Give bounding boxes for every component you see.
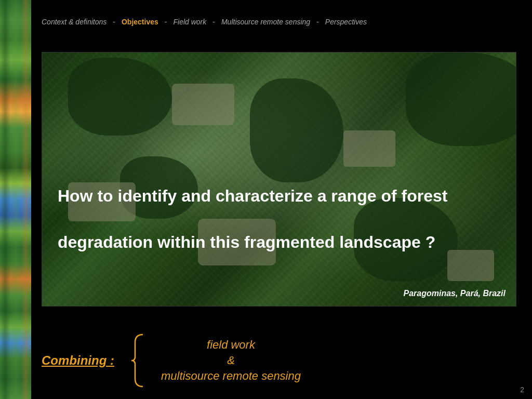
nav-bar: Context & definitons - Objectives - Fiel… xyxy=(31,0,532,44)
forest-patch-1 xyxy=(68,58,172,136)
question-line2: degradation within this fragmented lands… xyxy=(58,233,435,251)
brace-container xyxy=(130,332,145,389)
cleared-patch-2 xyxy=(343,130,395,167)
left-strip-overlay xyxy=(0,0,31,399)
question-line1: How to identify and characterize a range… xyxy=(58,187,447,205)
nav-sep-2: - xyxy=(165,18,167,26)
nav-item-fieldwork[interactable]: Field work xyxy=(173,18,206,26)
nav-item-context[interactable]: Context & definitons xyxy=(42,18,107,26)
combining-items: field work & multisource remote sensing xyxy=(161,338,301,383)
nav-item-multisource[interactable]: Multisource remote sensing xyxy=(221,18,310,26)
question-overlay: How to identify and characterize a range… xyxy=(42,174,516,264)
nav-sep-3: - xyxy=(212,18,215,26)
combining-label: Combining : xyxy=(42,353,114,368)
combining-item-fieldwork: field work xyxy=(207,338,255,352)
page-number: 2 xyxy=(520,385,524,394)
forest-patch-3 xyxy=(406,52,516,146)
cleared-patch-1 xyxy=(172,84,234,125)
combining-item-ampersand: & xyxy=(227,354,235,367)
nav-item-perspectives[interactable]: Perspectives xyxy=(325,18,367,26)
left-map-strip xyxy=(0,0,31,399)
nav-item-objectives[interactable]: Objectives xyxy=(122,18,158,26)
bottom-section: Combining : field work & multisource rem… xyxy=(31,322,532,399)
forest-patch-2 xyxy=(250,78,343,182)
nav-sep-1: - xyxy=(113,18,115,26)
nav-items: Context & definitons - Objectives - Fiel… xyxy=(42,18,367,26)
curly-brace-icon xyxy=(130,332,145,389)
main-satellite-image: How to identify and characterize a range… xyxy=(42,52,516,307)
nav-sep-4: - xyxy=(316,18,319,26)
location-label: Paragominas, Pará, Brazil xyxy=(403,289,506,298)
combining-item-remote-sensing: multisource remote sensing xyxy=(161,369,301,383)
question-text: How to identify and characterize a range… xyxy=(58,184,500,254)
